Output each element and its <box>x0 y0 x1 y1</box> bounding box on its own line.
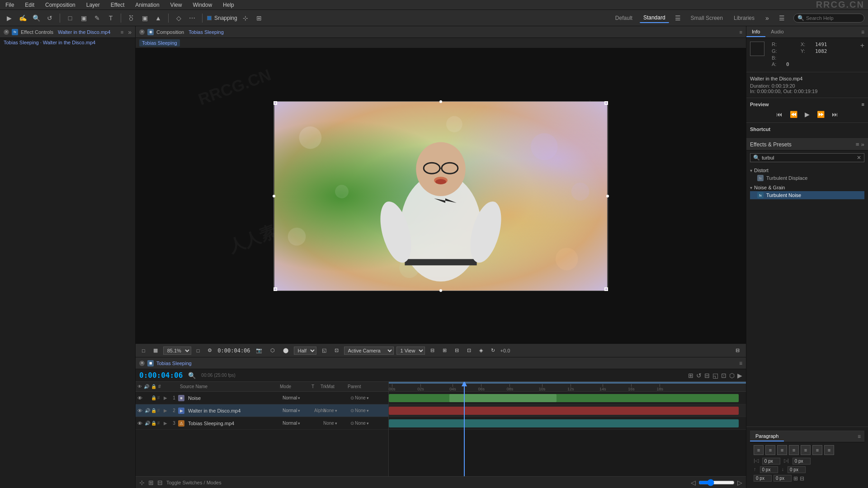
timeline-tab[interactable]: Tobias Sleeping <box>156 361 192 366</box>
tool-text[interactable]: T <box>105 13 116 23</box>
timeline-bottom-btn3[interactable]: ⊟ <box>157 479 163 486</box>
toggle-switches-label[interactable]: Toggle Switches / Modes <box>166 480 222 485</box>
layer2-parent[interactable]: ⊙ None ▾ <box>350 408 387 413</box>
timeline-btn-6[interactable]: ⬡ <box>729 372 735 379</box>
timeline-search[interactable]: 🔍 <box>188 372 196 379</box>
viewer-btn-fit[interactable]: □ <box>194 347 203 354</box>
effect-controls-tab[interactable]: Walter in the Disco.mp4 <box>58 29 110 35</box>
layer3-mode[interactable]: Normal ▾ <box>283 421 314 426</box>
effects-menu-btn[interactable]: ≡ <box>856 141 859 148</box>
align-justify-all[interactable]: ≡ <box>824 445 834 455</box>
tree-item-turbulent-noise[interactable]: fx Turbulent Noise <box>750 191 864 199</box>
effects-expand-btn[interactable]: » <box>861 141 864 148</box>
camera-select[interactable]: Active Camera <box>344 347 394 355</box>
comp-tab-active[interactable]: Tobias Sleeping <box>139 39 180 47</box>
viewer-transparency[interactable]: ⬡ <box>268 347 278 354</box>
effect-controls-close[interactable]: ✕ <box>4 29 9 35</box>
info-panel-menu[interactable]: ≡ <box>858 29 868 35</box>
tool-brush[interactable]: ⛣ <box>126 13 137 23</box>
comp-menu[interactable]: ≡ <box>740 29 742 35</box>
snap-extra1[interactable]: ⊹ <box>240 13 251 23</box>
menu-file[interactable]: File <box>4 1 16 9</box>
tool-zoom[interactable]: 🔍 <box>31 13 42 23</box>
layer2-vis[interactable]: 👁 <box>137 408 144 413</box>
tree-cat-distort-label[interactable]: ▾ Distort <box>750 167 864 174</box>
tool-shape[interactable]: ◇ <box>173 13 184 23</box>
preview-next-frame[interactable]: ⏩ <box>815 110 826 119</box>
layer1-mode[interactable]: Normal ▾ <box>283 395 314 400</box>
tool-extra1[interactable]: ⋯ <box>187 13 198 23</box>
track-row-1[interactable] <box>389 392 746 404</box>
workspace-libraries[interactable]: Libraries <box>730 14 758 23</box>
timeline-menu[interactable]: ≡ <box>739 360 742 366</box>
viewer-btn-extra6[interactable]: ↻ <box>488 347 498 354</box>
para-space-after[interactable] <box>788 466 806 473</box>
layer2-audio[interactable]: 🔊 <box>145 408 150 413</box>
tree-cat-noise-label[interactable]: ▾ Noise & Grain <box>750 184 864 191</box>
snapping-checkbox[interactable] <box>207 16 212 20</box>
preview-first-frame[interactable]: ⏮ <box>774 110 784 119</box>
timeline-btn-5[interactable]: ⊡ <box>721 372 726 379</box>
handle-right[interactable] <box>606 195 609 197</box>
viewer-btn-extra3[interactable]: ⊟ <box>452 347 462 354</box>
preview-menu-icon[interactable]: ≡ <box>862 102 864 107</box>
menu-view[interactable]: View <box>169 1 184 9</box>
timeline-zoom-btn[interactable]: ▷ <box>737 479 742 486</box>
zoom-select[interactable]: 85.1% <box>163 347 191 355</box>
timeline-btn-1[interactable]: ⊞ <box>688 372 693 379</box>
tool-cam[interactable]: □ <box>65 13 75 23</box>
effects-search-input[interactable] <box>762 155 855 160</box>
align-right[interactable]: ≡ <box>777 445 787 455</box>
layer2-trkmat[interactable]: None ▾ <box>323 408 350 413</box>
workspace-expand[interactable]: » <box>762 13 773 23</box>
tool-hand[interactable]: ✍ <box>17 13 28 23</box>
para-space-before[interactable] <box>760 466 778 473</box>
handle-bottom[interactable] <box>439 289 442 292</box>
work-area-bar[interactable] <box>389 382 746 384</box>
handle-top[interactable] <box>439 100 442 103</box>
layer3-audio[interactable]: 🔊 <box>145 421 150 426</box>
tab-paragraph[interactable]: Paragraph <box>750 432 784 441</box>
viewer-btn-grid[interactable]: ▦ <box>151 347 160 354</box>
layer3-vis[interactable]: 👁 <box>137 421 144 426</box>
align-justify-center[interactable]: ≡ <box>801 445 811 455</box>
viewer-btn-extra1[interactable]: ⊟ <box>428 347 437 354</box>
align-left[interactable]: ≡ <box>754 445 764 455</box>
viewer-btn-extra4[interactable]: ⊡ <box>464 347 474 354</box>
effect-controls-expand[interactable]: » <box>128 28 132 36</box>
tool-rect[interactable]: ▣ <box>78 13 89 23</box>
handle-left[interactable] <box>273 195 275 197</box>
workspace-icon[interactable]: ☰ <box>776 13 787 23</box>
viewer-btn-3d[interactable]: ◱ <box>319 347 329 354</box>
quality-select[interactable]: Half <box>294 347 316 355</box>
timeline-zoom-slider[interactable] <box>698 479 735 486</box>
search-input[interactable] <box>806 15 860 21</box>
layer-row-2[interactable]: 👁 🔊 🔒 # ▶ 2 ▶ Walter in the Disco.mp4 <box>136 404 388 417</box>
handle-tr[interactable] <box>604 101 608 105</box>
handle-br[interactable] <box>604 287 608 291</box>
workspace-standard-menu[interactable]: ☰ <box>673 13 684 23</box>
para-indent-left[interactable] <box>762 458 780 465</box>
viewer-snapshot[interactable]: 📷 <box>253 347 265 354</box>
menu-layer[interactable]: Layer <box>85 1 102 9</box>
layer3-parent[interactable]: ⊙ None ▾ <box>350 421 387 426</box>
playhead[interactable] <box>464 382 465 476</box>
comp-tab[interactable]: Tobias Sleeping <box>189 29 224 35</box>
track-row-2[interactable] <box>389 404 746 417</box>
timeline-timecode[interactable]: 0:00:04:06 <box>139 371 183 380</box>
para-extra-btn2[interactable]: ⊟ <box>800 475 804 482</box>
layer2-expand[interactable]: ▶ <box>164 408 168 413</box>
tool-pen[interactable]: ✎ <box>92 13 103 23</box>
layer-row-1[interactable]: 👁 🔒 # ▶ 1 ■ Noise Normal <box>136 392 388 404</box>
align-center[interactable]: ≡ <box>765 445 775 455</box>
workspace-small-screen[interactable]: Small Screen <box>687 14 726 23</box>
track-row-3[interactable] <box>389 417 746 430</box>
preview-prev-frame[interactable]: ⏪ <box>788 110 799 119</box>
tab-info[interactable]: Info <box>746 27 765 37</box>
layer3-expand[interactable]: ▶ <box>164 421 168 426</box>
align-justify-left[interactable]: ≡ <box>789 445 799 455</box>
timeline-btn-2[interactable]: ↺ <box>696 372 702 379</box>
timeline-close[interactable]: ✕ <box>139 361 145 366</box>
comp-close[interactable]: ✕ <box>139 29 145 35</box>
layer1-lock[interactable]: 🔒 <box>151 395 156 400</box>
